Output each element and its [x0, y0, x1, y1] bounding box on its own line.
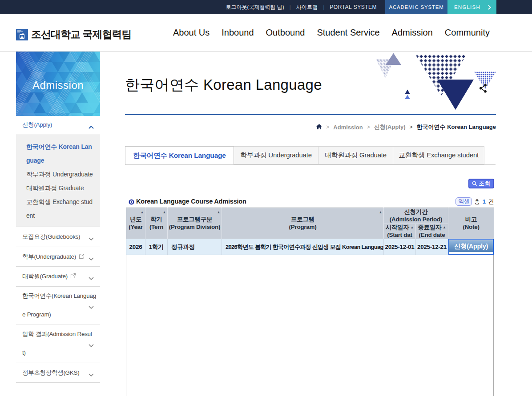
- breadcrumb-item[interactable]: Admission: [333, 124, 363, 131]
- share-icon[interactable]: [479, 83, 488, 94]
- cell-apply: 신청(Apply): [448, 239, 494, 255]
- cell-year: 2026: [126, 239, 145, 255]
- sidebar-subitem[interactable]: 한국어연수 Korean Language: [26, 140, 95, 168]
- chevron-down-icon: [89, 277, 94, 280]
- col-end-date[interactable]: 종료일자▲(End date: [416, 224, 448, 239]
- bullet-icon: [129, 199, 134, 205]
- sort-arrow-icon[interactable]: ▲: [443, 225, 446, 229]
- sort-arrow-icon[interactable]: ▲: [140, 209, 144, 216]
- sidebar-item-label: 학부(Undergraduate): [16, 248, 100, 266]
- sidebar-banner: Admission: [16, 52, 100, 116]
- chevron-down-icon: [89, 373, 94, 377]
- tab-2[interactable]: 학부과정 Undergraduate: [234, 146, 318, 164]
- sidebar-item-apply[interactable]: 신청(Apply): [16, 116, 100, 134]
- header-label-ko: 비고: [448, 216, 494, 224]
- col-period-group: 신청기간(Admission Period): [384, 208, 448, 224]
- sidebar-menu: 신청(Apply)한국어연수 Korean Language학부과정 Under…: [16, 116, 100, 383]
- nav-item-community[interactable]: Community: [445, 28, 490, 38]
- apply-button[interactable]: 신청(Apply): [449, 240, 493, 252]
- breadcrumb-separator: >: [326, 124, 329, 130]
- col-start-date[interactable]: 시작일자▲(Start dat: [384, 224, 416, 239]
- sort-arrow-icon[interactable]: ▲: [217, 209, 220, 216]
- sidebar-item-label: 한국어연수(Korean Language Program): [16, 287, 97, 324]
- table-body: 2026 1학기 정규과정 2026학년도 봄학기 한국어연수과정 신입생 모집…: [126, 239, 494, 255]
- breadcrumb-separator: >: [367, 124, 370, 130]
- chevron-down-icon: [89, 371, 94, 379]
- header-label-ko: 년도: [126, 216, 145, 224]
- search-button[interactable]: 조회: [468, 179, 494, 188]
- home-icon[interactable]: [316, 124, 322, 129]
- chevron-down-icon: [89, 306, 94, 309]
- col-note: 비고(Note): [448, 208, 494, 239]
- nav-item-student-service[interactable]: Student Service: [317, 28, 379, 38]
- sidebar-subitem[interactable]: 대학원과정 Graduate: [26, 181, 95, 195]
- table-row[interactable]: 2026 1학기 정규과정 2026학년도 봄학기 한국어연수과정 신입생 모집…: [126, 239, 494, 255]
- tab-4[interactable]: 교환학생 Exchange student: [393, 146, 484, 164]
- table-header: 년도(Year▲ 학기(Tern▲ 프로그램구분(Program Divisio…: [126, 208, 494, 239]
- sort-arrow-icon[interactable]: ▲: [379, 209, 382, 216]
- sidebar-item-label: 대학원(Graduate): [16, 267, 100, 286]
- sort-arrow-icon[interactable]: ▲: [411, 225, 414, 229]
- search-button-label: 조회: [479, 180, 491, 188]
- sidebar-item[interactable]: 학부(Undergraduate): [16, 247, 100, 267]
- topbar-end-space: [496, 0, 532, 14]
- nav-item-admission[interactable]: Admission: [392, 28, 433, 38]
- col-division[interactable]: 프로그램구분(Program Division)▲: [168, 208, 222, 239]
- sitemap-link[interactable]: 사이트맵: [296, 4, 318, 11]
- header-label-en: (End date: [416, 232, 448, 239]
- chevron-down-icon: [89, 237, 94, 241]
- nav-item-outbound[interactable]: Outbound: [266, 28, 305, 38]
- magnifier-icon: [472, 181, 477, 186]
- academic-system-button[interactable]: ACADEMIC SYSTEM: [385, 0, 447, 14]
- sidebar-subitem[interactable]: 학부과정 Undergraduate: [26, 168, 95, 181]
- excel-button[interactable]: 엑셀: [455, 197, 472, 206]
- col-program[interactable]: 프로그램(Program)▲: [222, 208, 384, 239]
- sidebar-item[interactable]: 한국어연수(Korean Language Program): [16, 287, 100, 324]
- sidebar-item[interactable]: 정부초청장학생(GKS): [16, 363, 100, 383]
- list-toolbar: Korean Language Course Admission 엑셀 총 1 …: [125, 197, 496, 206]
- chevron-right-icon: [488, 5, 491, 10]
- header-row-1: 년도(Year▲ 학기(Tern▲ 프로그램구분(Program Divisio…: [126, 208, 494, 224]
- sidebar-item[interactable]: 대학원(Graduate): [16, 267, 100, 287]
- english-button[interactable]: ENGLISH: [447, 0, 496, 14]
- sidebar-item-label: 정부초청장학생(GKS): [16, 364, 100, 382]
- col-year[interactable]: 년도(Year▲: [126, 208, 145, 239]
- table-empty-body: [126, 255, 494, 396]
- cell-division: 정규과정: [168, 239, 222, 255]
- nav-item-about-us[interactable]: About Us: [173, 28, 210, 38]
- sidebar-item[interactable]: 모집요강(Guidebooks): [16, 227, 100, 247]
- chevron-down-icon: [89, 344, 94, 348]
- title-rule: [125, 114, 496, 115]
- logo-text: 조선대학교 국제협력팀: [31, 28, 131, 41]
- tab-1[interactable]: 한국어연수 Korean Language: [125, 146, 234, 165]
- total-count-value: 1: [483, 198, 486, 205]
- separator: |: [290, 4, 291, 10]
- col-term[interactable]: 학기(Tern▲: [145, 208, 168, 239]
- top-utility-bar: 로그아웃(국제협력팀 님) | 사이트맵 | PORTAL SYSTEM ACA…: [0, 0, 532, 14]
- topbar-links: 로그아웃(국제협력팀 님) | 사이트맵 | PORTAL SYSTEM: [226, 0, 377, 14]
- chevron-down-icon: [89, 341, 94, 349]
- header-label-en: (Program): [222, 224, 383, 231]
- cell-term: 1학기: [145, 239, 168, 255]
- breadcrumb-item[interactable]: 신청(Apply): [374, 123, 406, 131]
- university-emblem-icon: [16, 29, 28, 40]
- breadcrumb: >Admission>신청(Apply)>한국어연수 Korean Langua…: [316, 123, 496, 131]
- portal-system-link[interactable]: PORTAL SYSTEM: [330, 4, 377, 10]
- sort-arrow-icon[interactable]: ▲: [162, 209, 166, 216]
- nav-item-inbound[interactable]: Inbound: [222, 28, 254, 38]
- site-logo[interactable]: 조선대학교 국제협력팀: [16, 28, 131, 41]
- header-label-ko: 프로그램구분: [168, 216, 222, 224]
- sidebar-item-label: 모집요강(Guidebooks): [16, 228, 100, 246]
- header-label-en: (Note): [448, 224, 494, 231]
- header-label-en: (Tern: [145, 224, 167, 231]
- sidebar-item[interactable]: 입학 결과(Admission Result): [16, 324, 100, 363]
- logout-link[interactable]: 로그아웃(국제협력팀 님): [226, 4, 284, 11]
- header-label-en: (Admission Period): [384, 216, 448, 224]
- total-count: 총 1 건: [474, 198, 494, 206]
- tab-3[interactable]: 대학원과정 Graduate: [318, 146, 393, 164]
- decorative-triangles: [374, 52, 496, 111]
- sidebar: Admission 신청(Apply)한국어연수 Korean Language…: [16, 52, 100, 383]
- global-nav: About UsInboundOutboundStudent ServiceAd…: [173, 14, 490, 51]
- sidebar-subitem[interactable]: 교환학생 Exchange student: [26, 195, 95, 223]
- chevron-down-icon: [89, 303, 94, 311]
